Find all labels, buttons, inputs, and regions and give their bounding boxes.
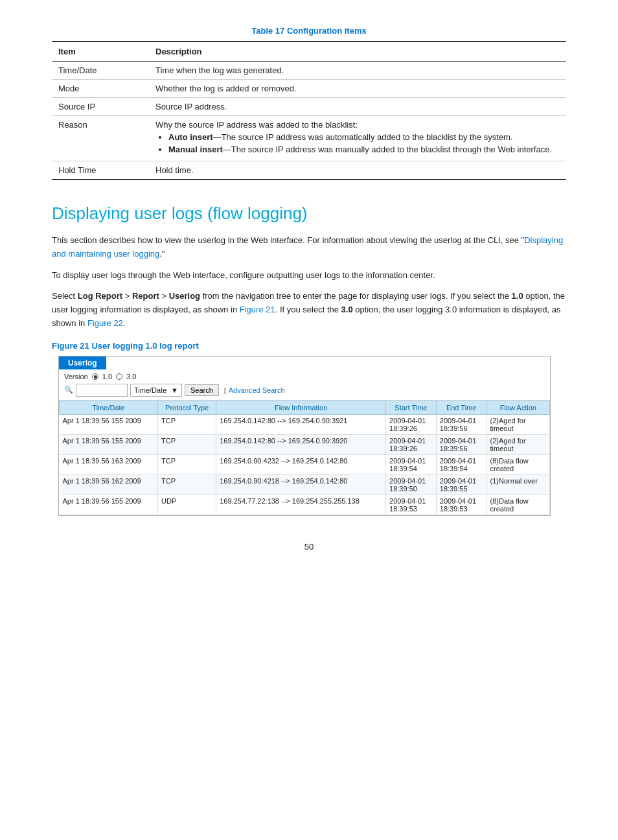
col-header: Flow Action <box>486 401 549 414</box>
data-cell: (1)Normal over <box>486 474 549 495</box>
body-paragraph: This section describes how to view the u… <box>52 234 566 261</box>
data-cell: Apr 1 18:39:56 155 2009 <box>60 495 158 515</box>
data-cell: 2009-04-01 18:39:53 <box>386 495 437 515</box>
col-header: End Time <box>436 401 486 414</box>
data-cell: 2009-04-01 18:39:54 <box>436 454 486 474</box>
description-cell: Why the source IP address was added to t… <box>149 116 566 161</box>
figure22-link[interactable]: Figure 22 <box>87 318 123 328</box>
item-cell: Reason <box>52 116 149 161</box>
data-cell: (2)Aged for timeout <box>486 434 549 454</box>
col-header: Flow Information <box>216 401 386 414</box>
data-cell: Apr 1 18:39:56 155 2009 <box>60 414 158 434</box>
config-table: Item Description Time/DateTime when the … <box>52 41 566 180</box>
table-row: Apr 1 18:39:56 163 2009TCP169.254.0.90:4… <box>60 454 550 474</box>
table-row: Apr 1 18:39:56 155 2009TCP169.254.0.142:… <box>60 414 550 434</box>
search-row: 🔍 Time/Date ▼ Search | Advanced Search <box>64 384 545 397</box>
table-section: Table 17 Configuration items Item Descri… <box>52 26 566 180</box>
figure-title: Figure 21 User logging 1.0 log report <box>52 341 566 351</box>
table-row: Apr 1 18:39:56 155 2009TCP169.254.0.142:… <box>60 434 550 454</box>
toolbar: Version 1.0 3.0 🔍 Time/Date ▼ Search | A… <box>59 369 550 401</box>
data-cell: 169.254.0.90:4232 --> 169.254.0.142:80 <box>216 454 386 474</box>
col-header-item: Item <box>52 41 149 62</box>
userlog-tab[interactable]: Userlog <box>59 356 106 369</box>
col-header-description: Description <box>149 41 566 62</box>
search-dropdown[interactable]: Time/Date ▼ <box>130 384 182 397</box>
search-icon: 🔍 <box>64 386 73 394</box>
search-input[interactable] <box>76 384 128 397</box>
item-cell: Source IP <box>52 98 149 116</box>
section-heading: Displaying user logs (flow logging) <box>52 204 566 224</box>
data-cell: 2009-04-01 18:39:50 <box>386 474 437 495</box>
bullet-item: Manual insert—The source IP address was … <box>168 145 560 154</box>
page-number: 50 <box>52 542 566 552</box>
version-10-label: 1.0 <box>102 373 112 380</box>
version-label: Version <box>64 373 88 380</box>
table-row: Hold TimeHold time. <box>52 161 566 180</box>
section-paragraphs: This section describes how to view the u… <box>52 234 566 331</box>
displaying-link[interactable]: Displaying and maintaining user logging <box>52 235 563 259</box>
userlog-table: Time/DateProtocol TypeFlow InformationSt… <box>59 401 550 515</box>
body-paragraph: Select Log Report > Report > Userlog fro… <box>52 290 566 330</box>
data-cell: 2009-04-01 18:39:26 <box>386 434 437 454</box>
data-cell: Apr 1 18:39:56 155 2009 <box>60 434 158 454</box>
description-cell: Hold time. <box>149 161 566 180</box>
data-cell: 169.254.0.90:4218 --> 169.254.0.142:80 <box>216 474 386 495</box>
description-cell: Source IP address. <box>149 98 566 116</box>
data-cell: 2009-04-01 18:39:26 <box>386 414 437 434</box>
data-cell: 169.254.0.142:80 --> 169.254.0.90:3920 <box>216 434 386 454</box>
table-row: Time/DateTime when the log was generated… <box>52 62 566 80</box>
col-header: Start Time <box>386 401 437 414</box>
data-cell: (2)Aged for timeout <box>486 414 549 434</box>
data-cell: 2009-04-01 18:39:55 <box>436 474 486 495</box>
data-cell: TCP <box>158 474 216 495</box>
chevron-down-icon: ▼ <box>171 386 178 394</box>
version-30-label: 3.0 <box>126 373 136 380</box>
item-cell: Mode <box>52 80 149 98</box>
table-row: Apr 1 18:39:56 155 2009UDP169.254.77.22:… <box>60 495 550 515</box>
version-30-radio[interactable] <box>116 373 122 380</box>
data-cell: TCP <box>158 454 216 474</box>
data-cell: 169.254.77.22:138 --> 169.254.255.255:13… <box>216 495 386 515</box>
description-cell: Time when the log was generated. <box>149 62 566 80</box>
data-cell: (8)Data flow created <box>486 454 549 474</box>
search-button[interactable]: Search <box>185 384 219 396</box>
data-cell: 169.254.0.142:80 --> 169.254.0.90:3921 <box>216 414 386 434</box>
col-header: Time/Date <box>60 401 158 414</box>
data-cell: Apr 1 18:39:56 162 2009 <box>60 474 158 495</box>
description-cell: Whether the log is added or removed. <box>149 80 566 98</box>
table-row: Source IPSource IP address. <box>52 98 566 116</box>
version-10-radio[interactable] <box>92 373 98 380</box>
advanced-search-link[interactable]: Advanced Search <box>229 386 285 394</box>
data-cell: TCP <box>158 414 216 434</box>
data-cell: UDP <box>158 495 216 515</box>
item-cell: Hold Time <box>52 161 149 180</box>
data-cell: (8)Data flow created <box>486 495 549 515</box>
table-row: ModeWhether the log is added or removed. <box>52 80 566 98</box>
data-cell: 2009-04-01 18:39:56 <box>436 414 486 434</box>
bullet-item: Auto insert—The source IP address was au… <box>168 132 560 142</box>
data-cell: Apr 1 18:39:56 163 2009 <box>60 454 158 474</box>
data-cell: TCP <box>158 434 216 454</box>
item-cell: Time/Date <box>52 62 149 80</box>
version-row: Version 1.0 3.0 <box>64 373 545 380</box>
table-row: ReasonWhy the source IP address was adde… <box>52 116 566 161</box>
body-paragraph: To display user logs through the Web int… <box>52 269 566 283</box>
col-header: Protocol Type <box>158 401 216 414</box>
data-cell: 2009-04-01 18:39:56 <box>436 434 486 454</box>
figure-screenshot: Userlog Version 1.0 3.0 🔍 Time/Date ▼ Se… <box>58 356 551 516</box>
table-title: Table 17 Configuration items <box>52 26 566 36</box>
figure21-link[interactable]: Figure 21 <box>240 305 275 314</box>
table-row: Apr 1 18:39:56 162 2009TCP169.254.0.90:4… <box>60 474 550 495</box>
data-cell: 2009-04-01 18:39:54 <box>386 454 437 474</box>
dropdown-value: Time/Date <box>134 386 166 394</box>
data-cell: 2009-04-01 18:39:53 <box>436 495 486 515</box>
